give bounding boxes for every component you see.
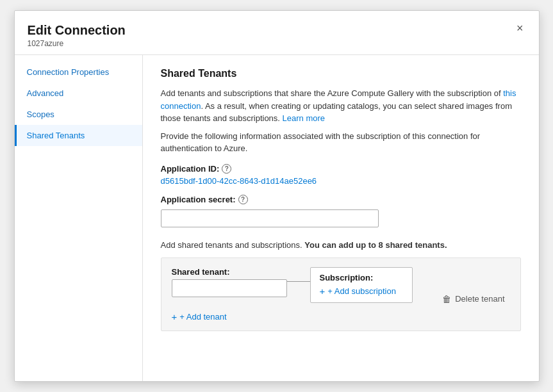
- subscription-box: Subscription: + + Add subscription: [310, 267, 413, 303]
- trash-icon: 🗑: [442, 294, 451, 304]
- app-id-value: d5615bdf-1d00-42cc-8643-d1d14ae52ee6: [161, 176, 521, 186]
- add-tenant-button[interactable]: + + Add tenant: [172, 312, 227, 322]
- desc-text-1: Add tenants and subscriptions that share…: [161, 88, 504, 98]
- app-id-help-icon[interactable]: ?: [222, 164, 231, 174]
- modal-subtitle: 1027azure: [28, 39, 126, 48]
- shared-tenants-note: Add shared tenants and subscriptions. Yo…: [161, 240, 521, 250]
- add-tenant-label: + Add tenant: [179, 312, 226, 322]
- tenant-field-label: Shared tenant:: [172, 267, 287, 277]
- connector-line: [287, 281, 310, 282]
- tenant-input[interactable]: [172, 279, 287, 297]
- shared-tenants-bold-note: You can add up to 8 shared tenants.: [304, 240, 447, 250]
- learn-more-link[interactable]: Learn more: [283, 113, 325, 123]
- shared-tenants-section: Add shared tenants and subscriptions. Yo…: [161, 240, 521, 331]
- description-auth: Provide the following information associ…: [161, 130, 521, 155]
- description-block: Add tenants and subscriptions that share…: [161, 87, 521, 125]
- app-id-label: Application ID: ?: [161, 164, 521, 174]
- tenant-box: Shared tenant: Subscription: + + Add sub…: [161, 257, 521, 331]
- add-subscription-button[interactable]: + + Add subscription: [320, 286, 396, 296]
- tenant-row-main: Shared tenant: Subscription: + + Add sub…: [172, 267, 510, 307]
- app-secret-input[interactable]: [161, 209, 379, 227]
- app-secret-help-icon[interactable]: ?: [238, 195, 248, 204]
- close-button[interactable]: ×: [514, 22, 526, 34]
- modal-body: Connection Properties Advanced Scopes Sh…: [15, 55, 539, 381]
- app-secret-group: Application secret: ?: [161, 195, 521, 227]
- sidebar-item-shared-tenants[interactable]: Shared Tenants: [15, 125, 142, 146]
- sidebar-item-scopes[interactable]: Scopes: [15, 104, 142, 125]
- sidebar: Connection Properties Advanced Scopes Sh…: [15, 55, 143, 381]
- header-text: Edit Connection 1027azure: [28, 22, 126, 48]
- add-tenant-plus-icon: +: [172, 312, 177, 322]
- app-secret-label: Application secret: ?: [161, 195, 521, 204]
- add-tenant-row: + + Add tenant: [172, 312, 510, 322]
- modal-header: Edit Connection 1027azure ×: [15, 11, 539, 55]
- sidebar-item-advanced[interactable]: Advanced: [15, 83, 142, 104]
- add-subscription-label: + Add subscription: [327, 286, 396, 296]
- sidebar-item-connection-properties[interactable]: Connection Properties: [15, 61, 142, 83]
- delete-area: 🗑 Delete tenant: [437, 279, 509, 307]
- delete-tenant-button[interactable]: 🗑 Delete tenant: [437, 291, 509, 307]
- delete-tenant-label: Delete tenant: [455, 294, 504, 304]
- edit-connection-modal: Edit Connection 1027azure × Connection P…: [14, 10, 540, 382]
- desc-text-2: . As a result, when creating or updating…: [161, 101, 513, 124]
- tenant-field: Shared tenant:: [172, 267, 287, 297]
- modal-title: Edit Connection: [28, 22, 126, 38]
- section-title: Shared Tenants: [161, 68, 521, 79]
- app-id-group: Application ID: ? d5615bdf-1d00-42cc-864…: [161, 164, 521, 186]
- add-subscription-plus-icon: +: [320, 286, 326, 296]
- subscription-label: Subscription:: [320, 273, 403, 282]
- main-content: Shared Tenants Add tenants and subscript…: [143, 55, 539, 381]
